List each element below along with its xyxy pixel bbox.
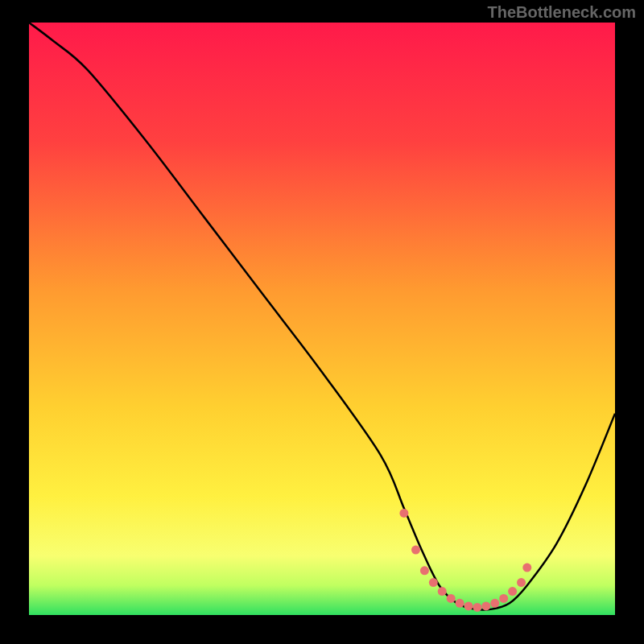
chart-svg bbox=[29, 23, 615, 615]
marker-dot bbox=[447, 594, 456, 603]
marker-dot bbox=[517, 578, 526, 587]
marker-dot bbox=[456, 599, 464, 608]
gradient-background bbox=[29, 23, 615, 615]
watermark-text: TheBottleneck.com bbox=[488, 3, 636, 22]
marker-dot bbox=[481, 601, 490, 610]
marker-dot bbox=[420, 566, 429, 575]
marker-dot bbox=[508, 587, 517, 596]
marker-dot bbox=[429, 578, 438, 587]
plot-area bbox=[29, 23, 615, 615]
marker-dot bbox=[522, 564, 531, 572]
marker-dot bbox=[464, 601, 473, 610]
marker-dot bbox=[399, 509, 408, 518]
marker-dot bbox=[411, 546, 420, 555]
chart-container: TheBottleneck.com bbox=[0, 0, 644, 644]
marker-dot bbox=[473, 603, 481, 612]
marker-dot bbox=[438, 587, 447, 596]
marker-dot bbox=[490, 599, 499, 608]
marker-dot bbox=[499, 594, 508, 603]
